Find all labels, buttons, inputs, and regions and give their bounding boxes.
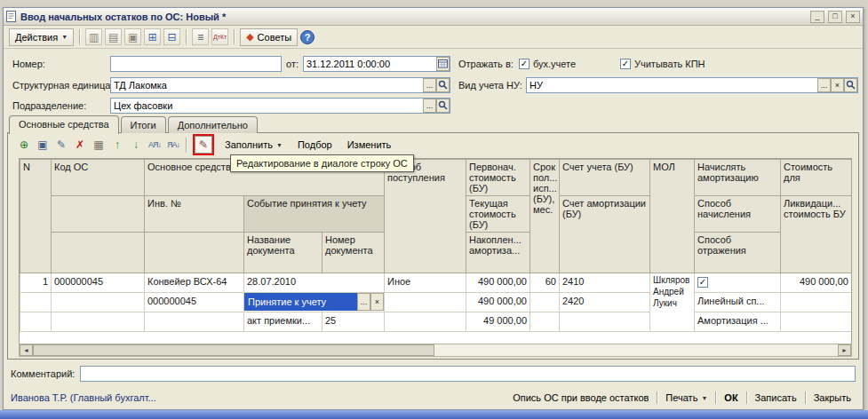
col-code[interactable]: Код ОС [52,160,145,196]
move-up-icon[interactable]: ↑ [108,136,126,154]
cell-doc-name[interactable]: акт приемки... [244,312,323,332]
col-account[interactable]: Счет учета (БУ) [560,160,650,196]
cell-charge-depreciation[interactable]: ✓ [695,273,781,293]
cell-empty[interactable] [52,312,145,332]
cell-empty[interactable] [52,293,145,312]
scroll-right-icon[interactable]: ► [838,344,851,356]
accounting-type-open-button[interactable] [844,78,857,92]
accounting-type-select-button[interactable]: ... [817,78,831,92]
col-event[interactable]: Событие принятия к учету [244,196,385,233]
cell-cost-for[interactable]: 490 000,00 [781,273,852,293]
sort-ascending-icon[interactable]: АЯ↓ [146,136,163,154]
cell-event[interactable]: Принятие к учету ... × [244,293,385,312]
col-accumulated[interactable]: Накоплен... амортиза... [466,233,530,273]
col-useful-life[interactable]: Срок пол... исп... (БУ), мес. [530,160,560,273]
cell-inv[interactable]: 000000045 [145,293,244,312]
move-down-icon[interactable]: ↓ [127,136,145,154]
post-icon[interactable]: ▤ [105,28,122,45]
help-icon[interactable]: ? [300,30,315,44]
horizontal-scrollbar[interactable]: ◄ ► [19,344,852,357]
ok-button[interactable]: ОК [718,391,744,405]
cell-empty[interactable] [560,312,650,332]
cell-empty[interactable] [385,312,466,332]
event-value[interactable]: Принятие к учету [244,293,357,311]
cell-n[interactable]: 1 [20,273,52,293]
finish-edit-icon[interactable]: ▦ [90,136,108,154]
cell-accumulated[interactable]: 49 000,00 [466,312,530,332]
tab-additional[interactable]: Дополнительно [168,116,258,133]
col-receipt-method[interactable]: Способ поступления [385,160,466,273]
cell-empty[interactable] [530,293,560,312]
cell-account[interactable]: 2410 [560,273,650,293]
cell-current-cost[interactable]: 490 000,00 [466,293,530,312]
cell-empty[interactable] [20,312,52,332]
event-clear-button[interactable]: × [370,293,384,311]
cell-code[interactable]: 000000045 [52,273,145,293]
minimize-button[interactable]: _ [810,11,824,23]
calendar-button[interactable] [436,57,450,71]
cell-empty[interactable] [781,312,852,332]
copy-row-icon[interactable]: ▣ [34,136,52,154]
cell-empty[interactable] [20,293,52,312]
kpn-checkbox[interactable]: ✓ Учитывать КПН [620,56,705,72]
col-inv[interactable]: Инв. № [145,196,244,233]
col-liquidation[interactable]: Ликвидаци... стоимость БУ [781,196,852,273]
tab-fixed-assets[interactable]: Основные средства [9,115,119,134]
col-doc-number[interactable]: Номер документа [323,233,385,273]
col-depreciation-account[interactable]: Счет амортизации (БУ) [560,196,650,273]
col-initial-cost[interactable]: Первонач. стоимость (БУ) [466,160,530,196]
reread-icon[interactable]: ⊟ [163,28,180,45]
dtkt-icon[interactable]: ДтКт [211,28,228,45]
pick-button[interactable]: Подбор [291,136,339,154]
scrollbar-thumb[interactable] [33,344,434,356]
cell-empty[interactable] [530,312,560,332]
structural-unit-select-button[interactable]: ... [423,78,436,92]
cell-asset[interactable]: Конвейер ВСХ-64 [145,273,244,293]
cell-initial-cost[interactable]: 490 000,00 [466,273,530,293]
col-cost-for[interactable]: Стоимость для [781,160,852,196]
delete-row-icon[interactable]: ✗ [71,136,89,154]
actions-button[interactable]: Действия ▼ [9,28,74,46]
close-form-button[interactable]: Закрыть [808,391,857,405]
table-row[interactable]: акт приемки... 25 49 000,00 Амортизация … [20,312,852,332]
department-open-button[interactable] [436,99,450,113]
number-input[interactable] [111,57,281,71]
cell-depreciation-account[interactable]: 2420 [560,293,650,312]
cell-useful-life[interactable]: 60 [530,273,560,293]
scroll-left-icon[interactable]: ◄ [20,344,33,356]
structure-icon[interactable]: ⊞ [144,28,161,45]
save-icon[interactable]: ▥ [85,28,102,45]
col-doc-name[interactable]: Название документа [244,233,323,273]
fill-button[interactable]: Заполнить ▼ [218,136,290,154]
structural-unit-input[interactable] [111,78,423,92]
bu-checkbox[interactable]: ✓ бух.учете [519,56,576,72]
charge-depreciation-checkbox[interactable]: ✓ [697,277,708,288]
tab-totals[interactable]: Итоги [121,116,166,133]
comment-input[interactable] [81,367,855,381]
cell-empty[interactable] [385,293,466,312]
maximize-button[interactable]: □ [828,11,842,23]
sort-descending-icon[interactable]: ЯА↓ [164,136,182,154]
edit-row-icon[interactable]: ✎ [52,136,70,154]
col-charge-depreciation[interactable]: Начислять амортизацию [695,160,781,196]
cell-event-date[interactable]: 28.07.2010 [244,273,385,293]
print-button[interactable]: Печать ▼ [659,391,713,405]
change-button[interactable]: Изменить [340,136,399,154]
col-mol[interactable]: МОЛ [650,160,695,273]
copy-document-icon[interactable]: ▣ [124,28,141,45]
department-input[interactable] [111,99,423,113]
table-row[interactable]: 000000045 Принятие к учету ... × 490 000… [20,293,852,312]
table-row[interactable]: 1 000000045 Конвейер ВСХ-64 28.07.2010 И… [20,273,852,293]
accounting-type-input[interactable] [527,78,817,92]
cell-doc-number[interactable]: 25 [323,312,385,332]
close-button[interactable]: × [846,11,860,23]
col-current-cost[interactable]: Текущая стоимость (БУ) [466,196,530,233]
edit-in-dialog-icon[interactable]: ✎ [195,136,212,154]
accounting-type-clear-button[interactable]: × [831,78,844,92]
cell-reflect-method[interactable]: Амортизация ... [695,312,781,332]
save-button[interactable]: Записать [749,391,803,405]
cell-mol[interactable]: Шкляров Андрей Лукич [650,273,695,332]
event-select-button[interactable]: ... [357,293,370,311]
date-input[interactable] [304,57,436,71]
cell-charge-method[interactable]: Линейный сп... [695,293,781,312]
